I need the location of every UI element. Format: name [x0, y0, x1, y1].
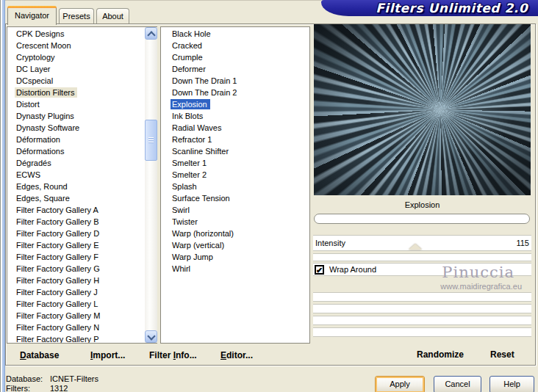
- list-item[interactable]: Filter Factory Gallery A: [7, 205, 157, 217]
- list-item[interactable]: Filter Factory Gallery P: [7, 334, 157, 344]
- reset-button[interactable]: Reset: [490, 349, 514, 360]
- filter-listbox[interactable]: Black HoleCrackedCrumpleDeformerDown The…: [160, 26, 310, 344]
- list-item[interactable]: Smelter 1: [161, 158, 309, 170]
- list-item[interactable]: Scanline Shifter: [161, 146, 309, 158]
- randomize-button[interactable]: Randomize: [417, 349, 464, 360]
- help-button[interactable]: Help: [489, 376, 534, 392]
- list-item[interactable]: Filter Factory Gallery J: [7, 287, 157, 299]
- list-item-label: Refractor 1: [171, 134, 215, 145]
- list-item[interactable]: CPK Designs: [7, 29, 157, 40]
- apply-button[interactable]: Apply: [375, 376, 425, 392]
- list-item-label: Filter Factory Gallery B: [15, 217, 101, 227]
- list-item[interactable]: Swirl: [161, 205, 309, 217]
- list-item[interactable]: Twister: [161, 217, 309, 228]
- tab-about[interactable]: About: [96, 8, 129, 23]
- app-title: Filters Unlimited 2.0: [376, 0, 528, 16]
- tab-presets-label: Presets: [62, 12, 90, 21]
- parameter-row-empty: [313, 304, 531, 313]
- list-item[interactable]: Cracked: [161, 40, 309, 52]
- list-item-label: Explosion: [171, 99, 210, 109]
- list-item-label: Filter Factory Gallery H: [15, 275, 102, 286]
- list-item[interactable]: Filter Factory Gallery B: [7, 217, 157, 228]
- list-item[interactable]: Distortion Filters: [7, 87, 157, 99]
- tab-presets[interactable]: Presets: [59, 8, 94, 23]
- list-item[interactable]: Warp Jump: [161, 252, 309, 264]
- intensity-slider-row[interactable]: Intensity 115: [313, 235, 531, 251]
- list-item-label: Déformation: [15, 134, 63, 145]
- list-item[interactable]: Edges, Round: [7, 181, 157, 193]
- list-item[interactable]: Filter Factory Gallery M: [7, 311, 157, 322]
- list-item[interactable]: Refractor 1: [161, 134, 309, 146]
- list-item[interactable]: Surface Tension: [161, 193, 309, 205]
- list-item[interactable]: Filter Factory Gallery E: [7, 240, 157, 252]
- parameter-row-empty: [313, 292, 531, 302]
- list-item[interactable]: Dynasty Software: [7, 123, 157, 134]
- category-listbox[interactable]: CPK DesignsCrescent MoonCryptologyDC Lay…: [7, 26, 157, 344]
- list-item[interactable]: Filter Factory Gallery F: [7, 252, 157, 264]
- list-item-label: DC Layer: [15, 64, 53, 74]
- list-item[interactable]: Crumple: [161, 52, 309, 64]
- list-item[interactable]: Filter Factory Gallery H: [7, 275, 157, 287]
- list-item[interactable]: Warp (horizontal): [161, 228, 309, 240]
- explosion-effect-image: [314, 24, 531, 195]
- list-item[interactable]: Explosion: [161, 99, 309, 111]
- list-item[interactable]: Déformation: [7, 134, 157, 146]
- list-item[interactable]: Down The Drain 1: [161, 76, 309, 87]
- filter-preview-image: [314, 24, 531, 195]
- filters-unlimited-dialog: Filters Unlimited 2.0 Navigator Presets …: [0, 0, 538, 392]
- list-item[interactable]: DCspecial: [7, 76, 157, 87]
- list-item[interactable]: Whirl: [161, 264, 309, 275]
- list-item[interactable]: Filter Factory Gallery N: [7, 322, 157, 334]
- list-item[interactable]: Deformer: [161, 64, 309, 76]
- intensity-slider-thumb[interactable]: [409, 244, 422, 250]
- list-item[interactable]: ECWS: [7, 170, 157, 181]
- category-scrollbar[interactable]: [145, 27, 157, 343]
- list-item-label: Cracked: [171, 40, 205, 51]
- list-item[interactable]: Black Hole: [161, 29, 309, 40]
- list-item[interactable]: Crescent Moon: [7, 40, 157, 52]
- list-item[interactable]: Distort: [7, 99, 157, 111]
- tab-navigator[interactable]: Navigator: [7, 6, 57, 25]
- list-item-label: Crumple: [171, 52, 206, 62]
- import-menu-button[interactable]: Import...: [90, 350, 125, 360]
- list-item-label: Ink Blots: [171, 111, 206, 121]
- list-item[interactable]: DC Layer: [7, 64, 157, 76]
- tab-about-label: About: [102, 12, 123, 21]
- list-item[interactable]: Filter Factory Gallery L: [7, 299, 157, 311]
- list-item[interactable]: Dégradés: [7, 158, 157, 170]
- list-item[interactable]: Edges, Square: [7, 193, 157, 205]
- list-item[interactable]: Dynasty Plugins: [7, 111, 157, 123]
- list-item[interactable]: Cryptology: [7, 52, 157, 64]
- scrollbar-thumb[interactable]: [145, 120, 157, 161]
- list-item-label: Filter Factory Gallery L: [15, 299, 101, 309]
- database-menu-button[interactable]: Database: [20, 350, 59, 360]
- list-item[interactable]: Radial Waves: [161, 123, 309, 134]
- list-item-label: Edges, Square: [15, 193, 73, 203]
- list-item-label: Déformations: [15, 146, 67, 156]
- menu-label-key: D: [20, 350, 26, 360]
- list-item-label: Filter Factory Gallery E: [15, 240, 101, 250]
- cancel-button[interactable]: Cancel: [434, 376, 481, 392]
- list-item[interactable]: Déformations: [7, 146, 157, 158]
- list-item[interactable]: Warp (vertical): [161, 240, 309, 252]
- scroll-up-icon[interactable]: [145, 27, 157, 40]
- scroll-down-icon[interactable]: [145, 330, 157, 343]
- list-item-label: Swirl: [171, 205, 193, 215]
- menu-label-key: E: [220, 350, 226, 360]
- list-item[interactable]: Filter Factory Gallery D: [7, 228, 157, 240]
- list-item[interactable]: Filter Factory Gallery G: [7, 264, 157, 275]
- list-item-label: Splash: [171, 181, 200, 192]
- filters-count-value: 1312: [50, 384, 68, 392]
- editor-menu-button[interactable]: Editor...: [220, 350, 253, 360]
- list-item[interactable]: Splash: [161, 181, 309, 193]
- filter-info-menu-button[interactable]: Filter Info...: [149, 350, 197, 360]
- list-item[interactable]: Smelter 2: [161, 170, 309, 181]
- list-item-label: Scanline Shifter: [171, 146, 232, 156]
- list-item[interactable]: Down The Drain 2: [161, 87, 309, 99]
- menu-label-part: ditor...: [226, 350, 253, 360]
- list-item-label: Smelter 2: [171, 170, 209, 180]
- list-item[interactable]: Ink Blots: [161, 111, 309, 123]
- list-item-label: Surface Tension: [171, 193, 233, 203]
- wrap-around-checkbox[interactable]: [315, 265, 324, 275]
- list-item-label: Crescent Moon: [15, 40, 74, 51]
